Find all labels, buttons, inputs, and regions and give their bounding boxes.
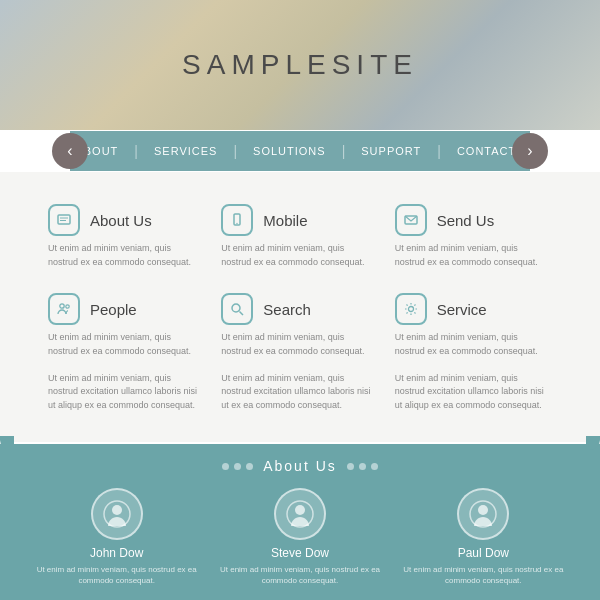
team-member-steve: Steve Dow Ut enim ad minim veniam, quis … — [213, 488, 386, 586]
about-section-title: About Us — [263, 458, 337, 474]
hero-section: SAMPLESITE — [0, 0, 600, 130]
feature-title-service: Service — [437, 301, 487, 318]
feature-text-search: Ut enim ad minim veniam, quis nostrud ex… — [221, 331, 374, 412]
feature-service: Service Ut enim ad minim veniam, quis no… — [387, 283, 560, 426]
svg-point-7 — [66, 305, 69, 308]
member-name-steve: Steve Dow — [271, 546, 329, 560]
search-icon — [221, 293, 253, 325]
feature-mobile: Mobile Ut enim ad minim veniam, quis nos… — [213, 194, 386, 283]
avatar-john — [91, 488, 143, 540]
feature-text-mobile: Ut enim ad minim veniam, quis nostrud ex… — [221, 242, 374, 269]
feature-text-people: Ut enim ad minim veniam, quis nostrud ex… — [48, 331, 201, 412]
avatar-paul — [457, 488, 509, 540]
people-icon — [48, 293, 80, 325]
features-grid: About Us Ut enim ad minim veniam, quis n… — [40, 194, 560, 426]
feature-about-us: About Us Ut enim ad minim veniam, quis n… — [40, 194, 213, 283]
team-member-paul: Paul Dow Ut enim ad minim veniam, quis n… — [397, 488, 570, 586]
nav-bar: ABOUT | SERVICES | SOLUTIONS | SUPPORT |… — [70, 131, 530, 171]
feature-text-service: Ut enim ad minim veniam, quis nostrud ex… — [395, 331, 548, 412]
mobile-icon — [221, 204, 253, 236]
nav-item-solutions[interactable]: SOLUTIONS — [237, 145, 342, 157]
svg-point-6 — [60, 304, 64, 308]
feature-title-mobile: Mobile — [263, 212, 307, 229]
team-grid: John Dow Ut enim ad minim veniam, quis n… — [30, 488, 570, 586]
member-text-paul: Ut enim ad minim veniam, quis nostrud ex… — [397, 564, 570, 586]
content-area: About Us Ut enim ad minim veniam, quis n… — [0, 172, 600, 442]
svg-point-15 — [478, 505, 488, 515]
about-us-icon — [48, 204, 80, 236]
member-text-john: Ut enim ad minim veniam, quis nostrud ex… — [30, 564, 203, 586]
svg-rect-0 — [58, 215, 70, 224]
nav-wrapper: ‹ ABOUT | SERVICES | SOLUTIONS | SUPPORT… — [0, 130, 600, 172]
feature-search: Search Ut enim ad minim veniam, quis nos… — [213, 283, 386, 426]
avatar-steve — [274, 488, 326, 540]
svg-point-4 — [237, 223, 238, 224]
feature-title-search: Search — [263, 301, 311, 318]
feature-text-send-us: Ut enim ad minim veniam, quis nostrud ex… — [395, 242, 548, 269]
service-icon — [395, 293, 427, 325]
member-name-john: John Dow — [90, 546, 143, 560]
nav-item-services[interactable]: SERVICES — [138, 145, 233, 157]
feature-people: People Ut enim ad minim veniam, quis nos… — [40, 283, 213, 426]
nav-arrow-left[interactable]: ‹ — [52, 133, 88, 169]
svg-point-10 — [408, 307, 413, 312]
nav-item-support[interactable]: SUPPORT — [345, 145, 437, 157]
nav-items: ABOUT | SERVICES | SOLUTIONS | SUPPORT |… — [59, 143, 540, 159]
svg-point-11 — [112, 505, 122, 515]
feature-send-us: Send Us Ut enim ad minim veniam, quis no… — [387, 194, 560, 283]
team-member-john: John Dow Ut enim ad minim veniam, quis n… — [30, 488, 203, 586]
member-text-steve: Ut enim ad minim veniam, quis nostrud ex… — [213, 564, 386, 586]
site-title: SAMPLESITE — [182, 49, 418, 81]
about-header: About Us — [30, 458, 570, 474]
feature-title-people: People — [90, 301, 137, 318]
svg-point-8 — [232, 304, 240, 312]
feature-title-send-us: Send Us — [437, 212, 495, 229]
member-name-paul: Paul Dow — [458, 546, 509, 560]
svg-point-13 — [295, 505, 305, 515]
feature-title-about-us: About Us — [90, 212, 152, 229]
feature-text-about-us: Ut enim ad minim veniam, quis nostrud ex… — [48, 242, 201, 269]
svg-line-9 — [240, 312, 244, 316]
about-section: About Us John Dow Ut enim ad minim venia… — [0, 444, 600, 600]
send-us-icon — [395, 204, 427, 236]
nav-arrow-right[interactable]: › — [512, 133, 548, 169]
